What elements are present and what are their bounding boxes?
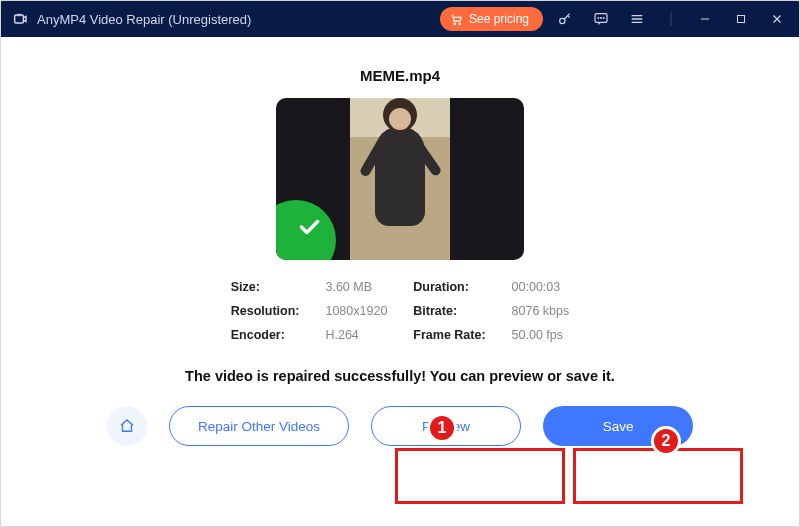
content-area: MEME.mp4 Size: 3.60 MB Duration: 00:00:0…: [1, 37, 799, 470]
svg-point-1: [454, 23, 456, 25]
save-button[interactable]: Save: [543, 406, 693, 446]
encoder-value: H.264: [325, 328, 387, 342]
svg-point-6: [601, 18, 602, 19]
resolution-value: 1080x1920: [325, 304, 387, 318]
svg-point-2: [459, 23, 461, 25]
feedback-icon[interactable]: [587, 5, 615, 33]
see-pricing-button[interactable]: See pricing: [440, 7, 543, 31]
file-name: MEME.mp4: [360, 67, 440, 84]
divider: [659, 5, 683, 33]
bitrate-value: 8076 kbps: [512, 304, 570, 318]
app-title: AnyMP4 Video Repair (Unregistered): [37, 12, 251, 27]
duration-value: 00:00:03: [512, 280, 570, 294]
video-thumbnail: [276, 98, 524, 260]
encoder-label: Encoder:: [231, 328, 300, 342]
svg-point-7: [603, 18, 604, 19]
app-logo-icon: [11, 10, 29, 28]
home-icon: [118, 417, 136, 435]
repair-other-videos-button[interactable]: Repair Other Videos: [169, 406, 349, 446]
thumbnail-image: [350, 98, 450, 260]
success-badge: [276, 200, 336, 260]
menu-icon[interactable]: [623, 5, 651, 33]
duration-label: Duration:: [413, 280, 485, 294]
checkmark-icon: [296, 214, 322, 240]
svg-rect-0: [15, 15, 24, 23]
cart-icon: [450, 13, 463, 26]
save-label: Save: [603, 419, 634, 434]
button-row: Repair Other Videos Preview Save: [107, 406, 693, 446]
svg-point-5: [598, 18, 599, 19]
home-button[interactable]: [107, 406, 147, 446]
preview-button[interactable]: Preview: [371, 406, 521, 446]
svg-point-3: [560, 18, 565, 23]
maximize-button[interactable]: [727, 5, 755, 33]
bitrate-label: Bitrate:: [413, 304, 485, 318]
repair-other-label: Repair Other Videos: [198, 419, 320, 434]
resolution-label: Resolution:: [231, 304, 300, 318]
size-label: Size:: [231, 280, 300, 294]
preview-label: Preview: [422, 419, 470, 434]
status-message: The video is repaired successfully! You …: [185, 368, 615, 384]
framerate-value: 50.00 fps: [512, 328, 570, 342]
size-value: 3.60 MB: [325, 280, 387, 294]
video-info-grid: Size: 3.60 MB Duration: 00:00:03 Resolut…: [231, 280, 570, 342]
titlebar: AnyMP4 Video Repair (Unregistered) See p…: [1, 1, 799, 37]
framerate-label: Frame Rate:: [413, 328, 485, 342]
close-button[interactable]: [763, 5, 791, 33]
key-icon[interactable]: [551, 5, 579, 33]
svg-rect-9: [738, 16, 745, 23]
minimize-button[interactable]: [691, 5, 719, 33]
see-pricing-label: See pricing: [469, 12, 529, 26]
